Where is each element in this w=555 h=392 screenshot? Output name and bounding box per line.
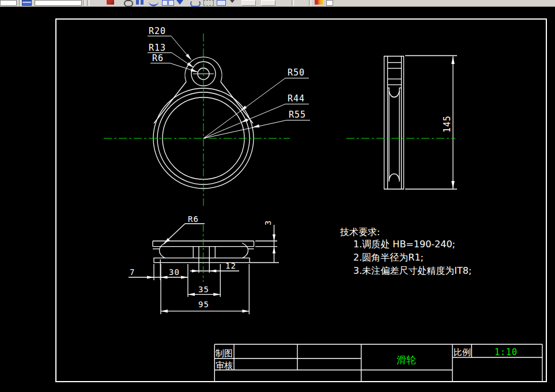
columns-icon[interactable] — [136, 0, 139, 5]
toolbar-button[interactable] — [261, 0, 275, 6]
titleblock-scale-value: 1:10 — [494, 347, 518, 357]
dim-35: 35 — [198, 285, 209, 294]
palette-icon[interactable] — [315, 0, 323, 5]
dim-7: 7 — [130, 267, 135, 277]
tech-requirement-1: 1.调质处 HB=190-240; — [353, 239, 455, 250]
titleblock-checker-label: 审核 — [216, 360, 233, 371]
annotation-text: R20 R13 R6 R50 R44 R55 145 R6 3 7 30 12 … — [130, 26, 518, 371]
titleblock-part-name: 滑轮 — [397, 354, 416, 365]
toolbar-separator — [292, 0, 294, 6]
radius-label-r50: R50 — [288, 67, 305, 78]
dim-3: 3 — [263, 220, 273, 225]
blocks-icon[interactable] — [168, 0, 174, 6]
layer-combo[interactable] — [0, 0, 17, 6]
toolbar-separator — [19, 0, 21, 6]
titleblock-scale-label: 比例 — [454, 347, 471, 357]
titleblock-drafter-label: 制图 — [215, 348, 233, 359]
panel-icon[interactable] — [217, 0, 226, 6]
dim-145: 145 — [442, 115, 452, 133]
title-block — [214, 344, 542, 382]
command-input[interactable] — [35, 0, 82, 6]
radius-label-r6: R6 — [152, 53, 164, 63]
tech-requirement-3: 3.未注偏差尺寸处精度为IT8; — [353, 265, 471, 276]
cad-application-window: R20 R13 R6 R50 R44 R55 145 R6 3 7 30 12 … — [0, 0, 555, 392]
radius-label-r13: R13 — [149, 43, 166, 53]
tech-requirement-2: 2.圆角半径为R1; — [353, 252, 424, 263]
front-leaders — [148, 36, 310, 139]
toolbar-separator — [87, 0, 89, 6]
dim-95: 95 — [198, 300, 209, 309]
toolbar-box[interactable] — [326, 0, 333, 6]
radius-label-r55: R55 — [289, 110, 306, 120]
dim-30: 30 — [169, 267, 180, 277]
columns-icon[interactable] — [141, 0, 144, 5]
down-arrow-icon[interactable] — [176, 0, 183, 5]
dim-r6-section: R6 — [188, 214, 199, 224]
chevron-icon[interactable] — [230, 0, 235, 3]
toolbar-separator — [83, 0, 85, 6]
toolbar-button[interactable] — [241, 0, 256, 6]
selection-box-icon[interactable] — [203, 0, 214, 6]
dim-12: 12 — [225, 261, 236, 270]
pencil-icon[interactable] — [107, 0, 114, 5]
tech-requirements-title: 技术要求: — [339, 227, 380, 238]
centerlines-front — [104, 33, 290, 206]
toolbar-separator — [309, 0, 311, 6]
blocks-icon[interactable] — [162, 0, 168, 6]
cad-canvas[interactable]: R20 R13 R6 R50 R44 R55 145 R6 3 7 30 12 … — [0, 6, 555, 392]
radius-label-r20: R20 — [149, 26, 166, 36]
table-icon[interactable] — [22, 0, 32, 6]
radius-label-r44: R44 — [288, 93, 305, 104]
arc-tool-icon[interactable] — [149, 0, 158, 6]
